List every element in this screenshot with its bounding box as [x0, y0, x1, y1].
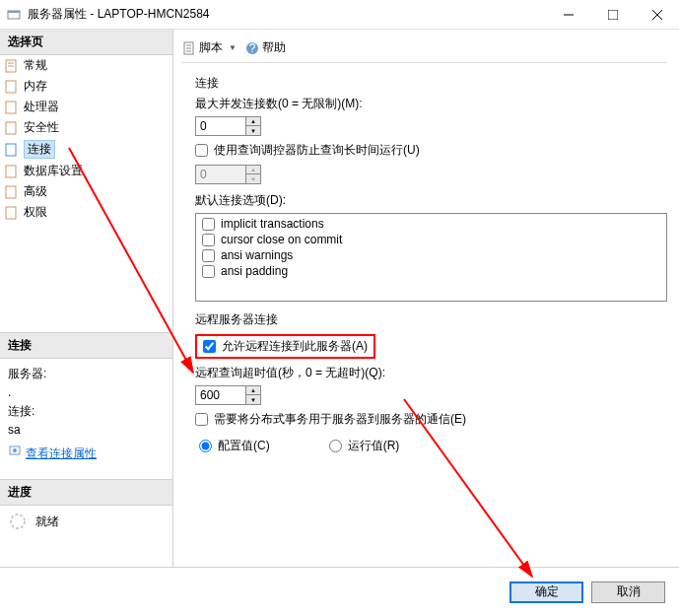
gov-spinner: ▲▼: [195, 165, 261, 184]
nav-memory[interactable]: 内存: [0, 76, 172, 97]
dialog-footer: 确定 取消: [0, 567, 679, 616]
max-conn-label: 最大并发连接数(0 = 无限制)(M):: [195, 96, 667, 112]
server-icon: [6, 7, 22, 23]
spinner-up[interactable]: ▲: [246, 117, 260, 126]
cancel-button[interactable]: 取消: [591, 582, 665, 603]
content-area: 脚本 ▼ ? 帮助 连接 最大并发连接数(0 = 无限制)(M): ▲▼ 使用查…: [173, 30, 679, 567]
default-opts-listbox[interactable]: implicit transactions cursor close on co…: [195, 213, 667, 302]
allow-remote-highlight: 允许远程连接到此服务器(A): [195, 334, 375, 359]
allow-remote-label: 允许远程连接到此服务器(A): [222, 338, 368, 355]
page-icon: [4, 58, 20, 74]
query-governor-label: 使用查询调控器防止查询长时间运行(U): [214, 142, 420, 159]
dist-trans-label: 需要将分布式事务用于服务器到服务器的通信(E): [214, 411, 466, 428]
page-icon: [4, 79, 20, 95]
page-icon: [4, 184, 20, 200]
script-icon: [181, 40, 197, 56]
dist-trans-checkbox[interactable]: [195, 413, 208, 426]
server-label: 服务器:: [8, 365, 165, 383]
opt-item[interactable]: ansi warnings: [198, 247, 664, 263]
svg-rect-14: [6, 186, 16, 198]
progress-block: 就绪: [0, 506, 172, 537]
nav-database-settings[interactable]: 数据库设置: [0, 161, 172, 181]
allow-remote-checkbox[interactable]: [203, 340, 216, 353]
svg-rect-12: [6, 144, 16, 156]
server-value: .: [8, 383, 165, 402]
spinner-icon: [8, 512, 28, 531]
page-icon: [4, 142, 20, 158]
nav-security[interactable]: 安全性: [0, 117, 172, 138]
nav-processor[interactable]: 处理器: [0, 97, 172, 117]
nav-list: 常规 内存 处理器 安全性 连接 数据库设置 高级 权限: [0, 55, 172, 223]
page-icon: [4, 120, 20, 136]
svg-point-17: [13, 448, 17, 452]
conn-label: 连接:: [8, 402, 165, 421]
conn-value: sa: [8, 421, 165, 440]
svg-rect-1: [8, 11, 20, 13]
max-conn-spinner[interactable]: ▲▼: [195, 116, 261, 136]
view-connection-props-link[interactable]: 查看连接属性: [26, 445, 97, 463]
maximize-button[interactable]: [590, 0, 635, 29]
link-icon: [8, 444, 22, 463]
ok-button[interactable]: 确定: [509, 582, 583, 603]
toolbar: 脚本 ▼ ? 帮助: [181, 37, 667, 63]
remote-timeout-label: 远程查询超时值(秒，0 = 无超时)(Q):: [195, 365, 667, 381]
help-button[interactable]: ? 帮助: [244, 39, 286, 56]
sidebar: 选择页 常规 内存 处理器 安全性 连接 数据库设置 高级 权限 连接 服务器:…: [0, 30, 173, 567]
spinner-down[interactable]: ▼: [246, 126, 260, 135]
page-icon: [4, 164, 20, 179]
svg-rect-11: [6, 122, 16, 134]
radio-config[interactable]: 配置值(C): [199, 438, 270, 454]
spinner-down[interactable]: ▼: [246, 395, 260, 404]
query-governor-checkbox[interactable]: [195, 144, 208, 157]
select-page-header: 选择页: [0, 30, 172, 55]
svg-rect-15: [6, 207, 16, 219]
minimize-button[interactable]: [546, 0, 590, 29]
titlebar: 服务器属性 - LAPTOP-HMCN2584: [0, 0, 679, 30]
connection-section-label: 连接: [195, 75, 667, 92]
connection-header: 连接: [0, 332, 172, 359]
gov-input: [196, 166, 245, 183]
opt-item[interactable]: ansi padding: [198, 263, 664, 279]
svg-rect-10: [6, 102, 16, 113]
nav-connections[interactable]: 连接: [0, 138, 172, 161]
radio-run[interactable]: 运行值(R): [329, 438, 400, 454]
page-icon: [4, 100, 20, 115]
svg-rect-9: [6, 81, 16, 93]
nav-advanced[interactable]: 高级: [0, 181, 172, 202]
svg-point-18: [11, 514, 25, 528]
window-title: 服务器属性 - LAPTOP-HMCN2584: [28, 6, 546, 23]
default-opts-label: 默认连接选项(D):: [195, 192, 667, 209]
spinner-up: ▲: [246, 166, 260, 174]
nav-general[interactable]: 常规: [0, 55, 172, 76]
spinner-down: ▼: [246, 174, 260, 183]
close-button[interactable]: [635, 0, 679, 29]
progress-header: 进度: [0, 479, 172, 506]
page-icon: [4, 205, 20, 221]
connection-info: 服务器: . 连接: sa 查看连接属性: [0, 359, 172, 480]
nav-permissions[interactable]: 权限: [0, 202, 172, 223]
spinner-up[interactable]: ▲: [246, 386, 260, 395]
svg-rect-13: [6, 166, 16, 177]
opt-item[interactable]: implicit transactions: [198, 216, 664, 232]
script-button[interactable]: 脚本 ▼: [181, 39, 240, 56]
remote-timeout-input[interactable]: [196, 386, 245, 404]
max-conn-input[interactable]: [196, 117, 245, 135]
dropdown-arrow-icon: ▼: [225, 43, 240, 52]
svg-rect-3: [608, 10, 618, 20]
svg-text:?: ?: [249, 41, 256, 55]
progress-status: 就绪: [35, 513, 59, 530]
help-icon: ?: [244, 40, 260, 56]
opt-item[interactable]: cursor close on commit: [198, 232, 664, 247]
remote-timeout-spinner[interactable]: ▲▼: [195, 385, 261, 405]
remote-header: 远程服务器连接: [195, 311, 667, 328]
